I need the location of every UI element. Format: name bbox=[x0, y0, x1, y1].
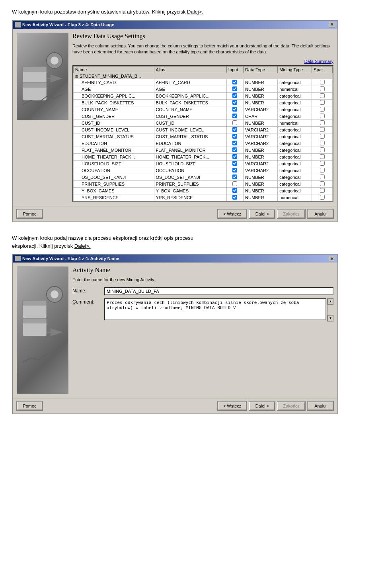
cell-mining-type: categorical bbox=[278, 140, 312, 147]
scroll-down[interactable]: ▼ bbox=[327, 315, 333, 321]
cell-alias: BULK_PACK_DISKETTES bbox=[154, 100, 226, 106]
cell-spar[interactable] bbox=[312, 79, 333, 86]
input-checkbox[interactable] bbox=[232, 147, 237, 152]
spar-checkbox[interactable] bbox=[320, 174, 325, 179]
cell-input[interactable] bbox=[226, 127, 243, 133]
dialog1-finish-button[interactable]: Zakończ bbox=[277, 210, 305, 218]
input-checkbox[interactable] bbox=[232, 141, 237, 145]
input-checkbox[interactable] bbox=[232, 127, 237, 132]
spar-checkbox[interactable] bbox=[320, 127, 325, 132]
spar-checkbox[interactable] bbox=[320, 134, 325, 139]
cell-name: HOME_THEATER_PACK... bbox=[74, 154, 154, 161]
cell-spar[interactable] bbox=[312, 127, 333, 133]
dialog2-close-button[interactable]: ✕ bbox=[329, 256, 335, 261]
input-checkbox[interactable] bbox=[232, 120, 237, 125]
input-checkbox[interactable] bbox=[232, 181, 237, 186]
cell-spar[interactable] bbox=[312, 113, 333, 120]
cell-spar[interactable] bbox=[312, 93, 333, 100]
cell-spar[interactable] bbox=[312, 120, 333, 127]
spar-checkbox[interactable] bbox=[320, 141, 325, 145]
cell-spar[interactable] bbox=[312, 140, 333, 147]
table-row: OCCUPATION OCCUPATION VARCHAR2 categoric… bbox=[74, 167, 333, 174]
cell-spar[interactable] bbox=[312, 100, 333, 106]
name-input[interactable] bbox=[104, 287, 333, 295]
cell-name: YRS_RESIDENCE bbox=[74, 194, 154, 201]
cell-input[interactable] bbox=[226, 188, 243, 194]
input-checkbox[interactable] bbox=[232, 195, 237, 200]
spar-checkbox[interactable] bbox=[320, 93, 325, 98]
cell-data-type: VARCHAR2 bbox=[244, 167, 278, 174]
spar-checkbox[interactable] bbox=[320, 100, 325, 105]
spar-checkbox[interactable] bbox=[320, 107, 325, 112]
spar-checkbox[interactable] bbox=[320, 114, 325, 118]
spar-checkbox[interactable] bbox=[320, 195, 325, 200]
cell-spar[interactable] bbox=[312, 86, 333, 93]
dialog2-cancel-button[interactable]: Anuluj bbox=[308, 402, 333, 410]
cell-data-type: NUMBER bbox=[244, 79, 278, 86]
cell-spar[interactable] bbox=[312, 161, 333, 167]
cell-input[interactable] bbox=[226, 106, 243, 113]
scroll-up[interactable]: ▲ bbox=[327, 298, 333, 305]
table-header-row: Name Alias Input Data Type Mining Type S… bbox=[74, 67, 333, 73]
input-checkbox[interactable] bbox=[232, 100, 237, 105]
cell-spar[interactable] bbox=[312, 147, 333, 154]
cell-spar[interactable] bbox=[312, 167, 333, 174]
cell-spar[interactable] bbox=[312, 154, 333, 161]
dialog2-next-button[interactable]: Dalej > bbox=[249, 402, 275, 410]
dialog1-cancel-button[interactable]: Anuluj bbox=[308, 210, 333, 218]
cell-alias: HOUSEHOLD_SIZE bbox=[154, 161, 226, 167]
cell-spar[interactable] bbox=[312, 188, 333, 194]
spar-checkbox[interactable] bbox=[320, 181, 325, 186]
cell-input[interactable] bbox=[226, 133, 243, 140]
spar-checkbox[interactable] bbox=[320, 147, 325, 152]
dialog1-next-button[interactable]: Dalej > bbox=[249, 210, 275, 218]
spar-checkbox[interactable] bbox=[320, 168, 325, 172]
input-checkbox[interactable] bbox=[232, 174, 237, 179]
cell-input[interactable] bbox=[226, 140, 243, 147]
cell-input[interactable] bbox=[226, 167, 243, 174]
dialog2-finish-button[interactable]: Zakończ bbox=[277, 402, 305, 410]
input-checkbox[interactable] bbox=[232, 107, 237, 112]
input-checkbox[interactable] bbox=[232, 188, 237, 193]
dialog1-close-button[interactable]: ✕ bbox=[329, 22, 335, 27]
cell-spar[interactable] bbox=[312, 174, 333, 181]
cell-input[interactable] bbox=[226, 161, 243, 167]
dialog2-back-button[interactable]: < Wstecz bbox=[218, 402, 247, 410]
cell-spar[interactable] bbox=[312, 106, 333, 113]
input-checkbox[interactable] bbox=[232, 80, 237, 84]
cell-mining-type: numerical bbox=[278, 194, 312, 201]
cell-input[interactable] bbox=[226, 120, 243, 127]
input-checkbox[interactable] bbox=[232, 134, 237, 139]
cell-spar[interactable] bbox=[312, 181, 333, 188]
cell-input[interactable] bbox=[226, 113, 243, 120]
dialog1-help-button[interactable]: Pomoc bbox=[17, 210, 43, 218]
cell-input[interactable] bbox=[226, 181, 243, 188]
dialog2-help-button[interactable]: Pomoc bbox=[17, 402, 43, 410]
cell-input[interactable] bbox=[226, 93, 243, 100]
input-checkbox[interactable] bbox=[232, 161, 237, 166]
cell-input[interactable] bbox=[226, 154, 243, 161]
input-checkbox[interactable] bbox=[232, 93, 237, 98]
dialog1-back-button[interactable]: < Wstecz bbox=[218, 210, 247, 218]
input-checkbox[interactable] bbox=[232, 168, 237, 172]
cell-input[interactable] bbox=[226, 79, 243, 86]
cell-input[interactable] bbox=[226, 174, 243, 181]
spar-checkbox[interactable] bbox=[320, 188, 325, 193]
spar-checkbox[interactable] bbox=[320, 80, 325, 84]
cell-spar[interactable] bbox=[312, 194, 333, 201]
comment-textarea[interactable]: Proces odkrywania cech (liniowych kombin… bbox=[104, 298, 326, 320]
cell-name: CUST_ID bbox=[74, 120, 154, 127]
input-checkbox[interactable] bbox=[232, 154, 237, 159]
spar-checkbox[interactable] bbox=[320, 154, 325, 159]
input-checkbox[interactable] bbox=[232, 114, 237, 118]
spar-checkbox[interactable] bbox=[320, 120, 325, 125]
cell-input[interactable] bbox=[226, 100, 243, 106]
cell-input[interactable] bbox=[226, 147, 243, 154]
data-summary-link[interactable]: Data Summary bbox=[72, 59, 333, 64]
input-checkbox[interactable] bbox=[232, 86, 237, 91]
cell-input[interactable] bbox=[226, 86, 243, 93]
spar-checkbox[interactable] bbox=[320, 86, 325, 91]
cell-input[interactable] bbox=[226, 194, 243, 201]
cell-spar[interactable] bbox=[312, 133, 333, 140]
spar-checkbox[interactable] bbox=[320, 161, 325, 166]
